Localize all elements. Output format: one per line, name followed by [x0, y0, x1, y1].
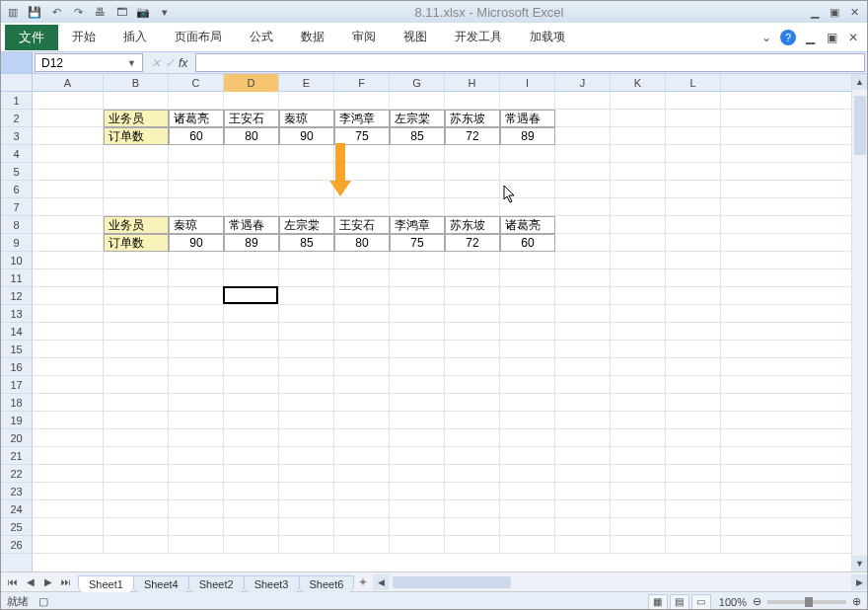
column-header[interactable]: I: [500, 74, 555, 92]
doc-minimize-icon[interactable]: ▁: [802, 30, 818, 45]
column-header[interactable]: F: [334, 74, 390, 92]
row-header[interactable]: 14: [1, 323, 32, 341]
column-header[interactable]: K: [611, 74, 666, 92]
row-header[interactable]: 19: [1, 412, 32, 429]
cancel-icon[interactable]: ✕: [151, 56, 161, 70]
cell-value[interactable]: 89: [500, 127, 555, 145]
cell-value[interactable]: 苏东坡: [445, 216, 500, 234]
row-header[interactable]: 20: [1, 429, 32, 447]
cell-value[interactable]: 李鸿章: [390, 216, 445, 234]
tab-nav-next-icon[interactable]: ▶: [40, 574, 56, 590]
ribbon-tab-5[interactable]: 审阅: [338, 23, 390, 52]
horizontal-scrollbar[interactable]: ◀ ▶: [373, 574, 867, 590]
sheet-tab[interactable]: Sheet3: [244, 575, 300, 592]
vertical-scrollbar[interactable]: ▲ ▼: [851, 74, 867, 572]
redo-icon[interactable]: ↷: [70, 4, 86, 20]
view-layout-icon[interactable]: ▤: [670, 594, 689, 610]
tab-nav-prev-icon[interactable]: ◀: [23, 574, 38, 590]
cell-value[interactable]: 左宗棠: [279, 216, 334, 234]
sheet-tab[interactable]: Sheet2: [188, 575, 245, 592]
row-header[interactable]: 21: [1, 447, 32, 465]
row-header[interactable]: 10: [1, 252, 32, 269]
row-header[interactable]: 3: [1, 127, 32, 145]
cell-value[interactable]: 90: [279, 127, 334, 145]
ribbon-tab-6[interactable]: 视图: [390, 23, 441, 52]
cell-value[interactable]: 72: [445, 127, 500, 145]
name-box[interactable]: D12 ▼: [35, 53, 143, 72]
file-tab[interactable]: 文件: [5, 25, 58, 50]
row-header[interactable]: 17: [1, 376, 32, 394]
arrow-shape[interactable]: [329, 143, 351, 196]
row-header[interactable]: 11: [1, 269, 32, 287]
tab-nav-last-icon[interactable]: ⏭: [58, 574, 74, 590]
row-header[interactable]: 22: [1, 465, 32, 483]
sheet-tab[interactable]: Sheet4: [133, 575, 189, 592]
row-header[interactable]: 7: [1, 198, 32, 216]
cell-value[interactable]: 80: [224, 127, 279, 145]
sheet-tab[interactable]: Sheet1: [78, 575, 134, 592]
hscroll-thumb[interactable]: [393, 576, 511, 588]
row-header[interactable]: 26: [1, 536, 32, 554]
minimize-button[interactable]: ▁: [806, 5, 824, 19]
cell-header[interactable]: 订单数: [104, 127, 169, 145]
cell-value[interactable]: 左宗棠: [390, 110, 445, 127]
restore-button[interactable]: ▣: [826, 5, 843, 19]
row-header[interactable]: 8: [1, 216, 32, 234]
row-header[interactable]: 1: [1, 92, 32, 110]
ribbon-tab-0[interactable]: 开始: [58, 23, 109, 52]
cell-value[interactable]: 王安石: [334, 216, 390, 234]
cell-value[interactable]: 诸葛亮: [500, 216, 555, 234]
cell-value[interactable]: 秦琼: [169, 216, 224, 234]
zoom-slider[interactable]: [767, 600, 846, 604]
enter-icon[interactable]: ✓: [165, 56, 175, 70]
ribbon-tab-2[interactable]: 页面布局: [161, 23, 236, 52]
row-header[interactable]: 12: [1, 287, 32, 305]
row-header[interactable]: 24: [1, 500, 32, 518]
row-header[interactable]: 23: [1, 483, 32, 500]
zoom-in-icon[interactable]: ⊕: [852, 595, 861, 608]
cell-value[interactable]: 72: [445, 234, 500, 252]
column-header[interactable]: E: [279, 74, 334, 92]
row-header[interactable]: 4: [1, 145, 32, 163]
cell-value[interactable]: 王安石: [224, 110, 279, 127]
column-header[interactable]: J: [555, 74, 611, 92]
row-header[interactable]: 15: [1, 341, 32, 358]
doc-close-icon[interactable]: ✕: [845, 30, 861, 45]
row-header[interactable]: 6: [1, 181, 32, 198]
zoom-out-icon[interactable]: ⊖: [753, 595, 761, 608]
cell-value[interactable]: 60: [500, 234, 555, 252]
column-header[interactable]: L: [666, 74, 721, 92]
new-sheet-icon[interactable]: ✦: [353, 574, 373, 590]
column-header[interactable]: D: [224, 74, 279, 92]
scroll-down-icon[interactable]: ▼: [852, 556, 867, 572]
cell-header[interactable]: 订单数: [104, 234, 169, 252]
ribbon-tab-4[interactable]: 数据: [287, 23, 338, 52]
cell-value[interactable]: 85: [390, 127, 445, 145]
row-header[interactable]: 25: [1, 518, 32, 536]
tab-nav-first-icon[interactable]: ⏮: [5, 574, 21, 590]
cell-value[interactable]: 诸葛亮: [169, 110, 224, 127]
scroll-up-icon[interactable]: ▲: [852, 74, 867, 90]
doc-restore-icon[interactable]: ▣: [824, 30, 839, 45]
cell-value[interactable]: 85: [279, 234, 334, 252]
cell-value[interactable]: 常遇春: [500, 110, 555, 127]
formula-bar[interactable]: [195, 53, 865, 72]
cell-value[interactable]: 60: [169, 127, 224, 145]
camera-icon[interactable]: 📷: [135, 4, 151, 20]
qat-dropdown-icon[interactable]: ▾: [157, 4, 173, 20]
select-all-corner[interactable]: [1, 74, 32, 92]
cell-value[interactable]: 李鸿章: [334, 110, 390, 127]
row-header[interactable]: 18: [1, 394, 32, 412]
row-header[interactable]: 5: [1, 163, 32, 181]
cell-value[interactable]: 89: [224, 234, 279, 252]
hscroll-right-icon[interactable]: ▶: [851, 574, 867, 590]
print-icon[interactable]: 🖶: [92, 4, 108, 20]
column-header[interactable]: G: [390, 74, 445, 92]
fx-icon[interactable]: fx: [179, 56, 187, 70]
vscroll-thumb[interactable]: [854, 96, 866, 155]
column-header[interactable]: C: [169, 74, 224, 92]
cell-value[interactable]: 75: [390, 234, 445, 252]
column-header[interactable]: B: [104, 74, 169, 92]
cell-value[interactable]: 苏东坡: [445, 110, 500, 127]
cell-value[interactable]: 秦琼: [279, 110, 334, 127]
